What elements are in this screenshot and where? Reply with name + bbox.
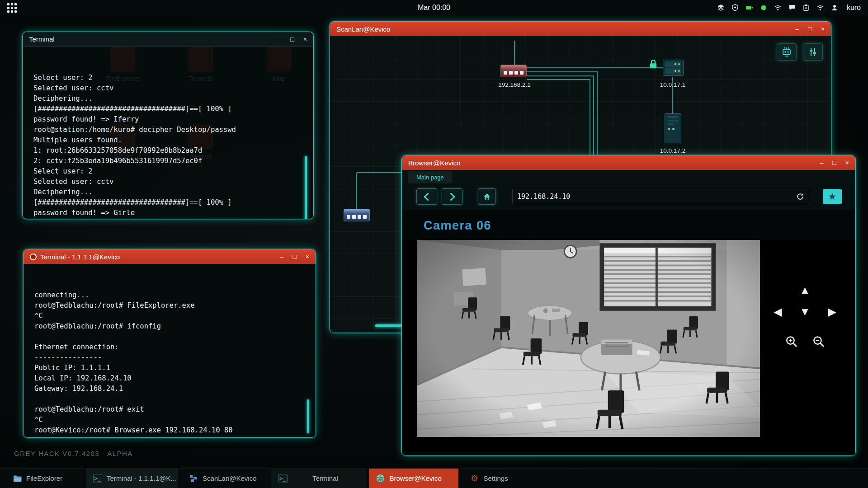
scrollbar-thumb[interactable] [307,399,309,433]
zoom-in-icon [785,335,798,348]
sliders-icon [807,47,818,57]
refresh-button[interactable] [796,192,804,201]
close-button[interactable]: × [303,32,307,47]
scan-bot-button[interactable] [777,43,797,61]
minimize-button[interactable]: – [278,32,282,47]
close-button[interactable]: × [845,155,849,170]
url-input[interactable] [517,192,796,201]
server-rack-icon [663,60,684,76]
network-node-switch-local[interactable] [344,209,370,221]
close-button[interactable]: × [306,249,309,264]
clipboard-icon[interactable] [802,4,810,11]
refresh-icon [796,192,804,201]
taskbar-label: Terminal [292,474,359,482]
page-title: Camera 06 [424,219,855,233]
taskbar-item-terminal[interactable]: >_ Terminal [271,469,366,488]
taskbar: FileExplorer >_ Terminal - 1.1.1.1@K... … [0,468,868,488]
gear-icon: ⚙ [470,474,479,483]
taskbar-item-scanlan[interactable]: ScanLan@Kevico [182,469,264,488]
switch-icon [344,209,370,221]
terminal-titlebar[interactable]: Terminal - 1.1.1.1@Kevico – □ × [24,249,316,264]
terminal-text: Select user: 2 Selected user: cctv Decip… [33,73,302,219]
zoom-out-button[interactable] [809,333,829,350]
tab-strip: Main page [402,170,855,183]
network-icon [189,474,198,483]
maximize-button[interactable]: □ [290,32,294,47]
terminal-titlebar[interactable]: Terminal – □ × [23,32,313,47]
switch-icon [500,65,527,77]
tab-main-page[interactable]: Main page [408,171,452,183]
robot-icon [781,47,793,57]
username[interactable]: kuro [847,4,861,12]
wifi-icon[interactable] [774,4,782,11]
taskbar-item-settings[interactable]: ⚙ Settings [463,469,515,488]
taskbar-label: Settings [484,474,508,482]
chevron-right-icon [447,192,455,201]
back-button[interactable] [416,188,437,205]
chat-icon[interactable] [788,4,796,11]
taskbar-item-remote-terminal[interactable]: >_ Terminal - 1.1.1.1@K... [86,469,178,488]
taskbar-label: Browser@Kevico [390,474,442,482]
pan-left-button[interactable]: ◀ [768,303,788,320]
remote-terminal-window: Terminal - 1.1.1.1@Kevico – □ × connecti… [23,249,316,438]
map-filter-button[interactable] [803,43,823,61]
taskbar-label: Terminal - 1.1.1.1@K... [107,474,176,482]
pan-down-button[interactable]: ▼ [795,303,815,320]
terminal-output[interactable]: Select user: 2 Selected user: cctv Decip… [23,47,313,219]
user-icon[interactable] [831,4,838,11]
pan-up-button[interactable]: ▲ [795,282,815,299]
maximize-button[interactable]: □ [832,155,836,170]
network-node-server-locked[interactable] [663,60,684,76]
zoom-in-button[interactable] [782,333,802,350]
scanlan-titlebar[interactable]: ScanLan@Kevico – □ × [330,22,831,36]
terminal-icon: >_ [278,474,288,483]
terminal-icon: >_ [93,474,102,483]
taskbar-item-fileexplorer[interactable]: FileExplorer [5,469,70,488]
browser-titlebar[interactable]: Browser@Kevico – □ × [402,155,855,170]
window-title: ScanLan@Kevico [336,25,390,33]
layers-icon[interactable] [717,4,725,12]
minimize-button[interactable]: – [796,22,799,36]
terminal-window: Terminal – □ × Select user: 2 Selected u… [22,32,314,219]
zoom-out-icon [812,335,826,348]
window-title: Terminal - 1.1.1.1@Kevico [40,253,120,261]
home-button[interactable] [478,188,496,205]
bookmark-button[interactable]: ★ [823,189,842,204]
minimize-button[interactable]: – [280,249,284,264]
pan-right-button[interactable]: ▶ [822,303,842,320]
maximize-button[interactable]: □ [292,249,296,264]
shield-icon[interactable] [731,4,739,11]
signal-icon[interactable] [816,4,824,11]
window-title: Browser@Kevico [408,159,460,167]
status-dot-icon[interactable] [760,4,767,11]
battery-icon[interactable] [745,4,753,11]
system-tray: kuro [717,4,861,12]
camera-page: ▲ ◀ ▼ ▶ [402,240,855,455]
node-ip-label: 10.0.17.1 [641,81,704,88]
node-ip-label: 10.0.17.2 [641,147,704,154]
globe-icon [376,474,385,483]
maximize-button[interactable]: □ [808,22,811,36]
camera-feed [417,240,760,437]
chevron-left-icon [424,192,432,201]
clock: Mar 00:00 [418,4,450,12]
camera-controls: ▲ ◀ ▼ ▶ [760,240,850,446]
taskbar-item-browser[interactable]: Browser@Kevico [369,469,458,488]
top-bar: Mar 00:00 kuro [0,0,868,15]
app-launcher-icon[interactable] [7,3,17,13]
terminal-output[interactable]: connecting... root@Tedblachu:/root# File… [24,264,316,437]
minimize-button[interactable]: – [820,155,824,170]
map-hscrollbar-thumb[interactable] [375,324,403,327]
scrollbar-thumb[interactable] [305,156,307,219]
home-icon [483,192,491,201]
browser-window: Browser@Kevico – □ × Main page ★ Camera [401,155,856,456]
network-node-switch[interactable] [500,65,527,77]
url-bar [512,189,809,204]
window-title: Terminal [29,35,55,43]
forward-button[interactable] [442,188,462,205]
close-button[interactable]: × [821,22,825,36]
file-explorer-icon [13,474,22,483]
browser-toolbar: ★ [402,183,855,210]
network-node-server[interactable] [665,113,681,143]
server-tower-icon [665,113,681,143]
